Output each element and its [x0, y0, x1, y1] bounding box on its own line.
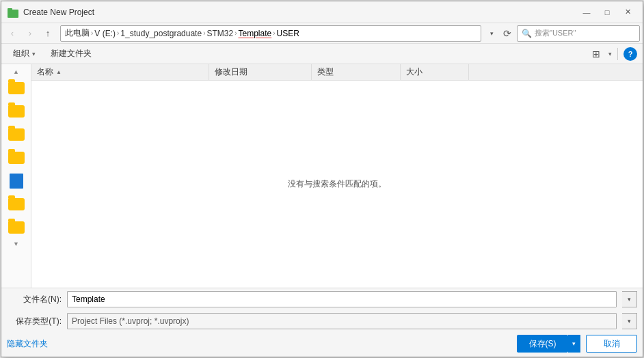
filetype-input[interactable]	[67, 313, 617, 329]
toolbar: 组织 ▾ 新建文件夹 ⊞ ▾ ?	[1, 44, 643, 64]
breadcrumb-drive: V (E:)	[94, 29, 116, 38]
folder-icon-6	[8, 221, 25, 234]
filename-dropdown-button[interactable]: ▾	[622, 291, 637, 307]
save-button[interactable]: 保存(S)	[517, 335, 568, 353]
svg-rect-2	[10, 12, 16, 13]
sidebar-item-6[interactable]	[4, 193, 29, 215]
forward-button[interactable]: ›	[22, 25, 38, 42]
breadcrumb-user: USER	[277, 29, 299, 38]
maximize-button[interactable]: □	[598, 5, 617, 19]
help-button[interactable]: ?	[623, 47, 637, 61]
main-content: ▲ ▼	[1, 64, 643, 288]
search-box[interactable]: 🔍 搜索"USER"	[517, 25, 640, 42]
sidebar-item-7[interactable]	[4, 217, 29, 238]
svg-rect-3	[10, 14, 16, 15]
breadcrumb-study: 1_study_postgraduate	[120, 29, 202, 38]
new-folder-label: 新建文件夹	[51, 48, 92, 59]
cancel-button[interactable]: 取消	[586, 335, 637, 353]
title-bar: Create New Project — □ ✕	[1, 1, 643, 23]
filetype-dropdown-button[interactable]: ▾	[622, 313, 637, 329]
col-header-name[interactable]: 名称 ▲	[31, 64, 209, 80]
filetype-row: 保存类型(T): ▾	[1, 310, 643, 332]
sidebar-item-3[interactable]	[4, 124, 29, 146]
left-panel: ▲ ▼	[1, 64, 31, 288]
address-bar[interactable]: 此电脑 › V (E:) › 1_study_postgraduate › ST…	[60, 25, 481, 42]
filetype-label: 保存类型(T):	[7, 316, 62, 327]
address-dropdown-button[interactable]: ▾	[485, 25, 498, 42]
breadcrumb-template: Template	[239, 29, 272, 38]
dialog-title: Create New Project	[23, 8, 577, 17]
close-button[interactable]: ✕	[618, 5, 637, 19]
create-project-dialog: Create New Project — □ ✕ ‹ › ↑ 此电脑 › V (…	[1, 1, 643, 357]
breadcrumb: 此电脑 › V (E:) › 1_study_postgraduate › ST…	[65, 27, 299, 39]
view-button[interactable]: ⊞	[587, 46, 606, 61]
breadcrumb-stm32: STM32	[206, 29, 233, 38]
folder-icon-1	[8, 82, 25, 94]
sidebar-item-5[interactable]	[4, 170, 29, 192]
sort-arrow-name: ▲	[56, 69, 62, 75]
organize-button[interactable]: 组织 ▾	[7, 46, 42, 61]
col-header-date[interactable]: 修改日期	[209, 64, 312, 80]
folder-icon-4	[8, 152, 25, 164]
file-area: 名称 ▲ 修改日期 类型 大小 没有与搜索条件匹配的项。	[31, 64, 643, 288]
file-body: 没有与搜索条件匹配的项。	[31, 81, 643, 288]
hide-files-link[interactable]: 隐藏文件夹	[7, 338, 511, 350]
col-header-type[interactable]: 类型	[312, 64, 401, 80]
organize-label: 组织	[13, 48, 29, 59]
sidebar-item-1[interactable]	[4, 77, 29, 99]
bottom-section: 文件名(N): ▾ 保存类型(T): ▾ 隐藏文件夹 保存(S) ▾ 取消	[1, 288, 643, 357]
toolbar-separator	[617, 48, 618, 60]
svg-rect-4	[10, 16, 14, 17]
folder-icon-2	[8, 105, 25, 118]
file-header: 名称 ▲ 修改日期 类型 大小	[31, 64, 643, 81]
folder-icon-3	[8, 128, 25, 141]
view-dropdown-icon: ▾	[608, 51, 612, 57]
new-folder-button[interactable]: 新建文件夹	[44, 46, 98, 61]
save-button-group: 保存(S) ▾	[517, 335, 580, 353]
back-button[interactable]: ‹	[4, 25, 21, 42]
col-header-size[interactable]: 大小	[401, 64, 469, 80]
title-controls: — □ ✕	[577, 5, 637, 19]
app-icon	[7, 6, 19, 18]
search-icon: 🔍	[522, 29, 532, 38]
sidebar-item-2[interactable]	[4, 100, 29, 122]
svg-rect-1	[8, 8, 12, 11]
blue-item-icon	[10, 174, 23, 189]
sidebar-scroll-up[interactable]: ▲	[1, 67, 31, 77]
refresh-button[interactable]: ⟳	[499, 25, 515, 42]
nav-bar: ‹ › ↑ 此电脑 › V (E:) › 1_study_postgraduat…	[1, 23, 643, 44]
filename-row: 文件名(N): ▾	[1, 288, 643, 310]
organize-dropdown-icon: ▾	[32, 51, 36, 57]
bottom-buttons: 隐藏文件夹 保存(S) ▾ 取消	[1, 332, 643, 357]
up-button[interactable]: ↑	[40, 25, 56, 42]
filename-label: 文件名(N):	[7, 294, 62, 305]
search-placeholder: 搜索"USER"	[535, 28, 576, 38]
save-dropdown-button[interactable]: ▾	[568, 335, 580, 353]
minimize-button[interactable]: —	[577, 5, 596, 19]
sidebar-scroll-down[interactable]: ▼	[1, 239, 31, 249]
folder-icon-5	[8, 198, 25, 210]
breadcrumb-this-pc: 此电脑	[65, 27, 90, 39]
sidebar-item-4[interactable]	[4, 147, 29, 169]
filename-input[interactable]	[67, 291, 617, 307]
view-icon: ⊞	[592, 49, 600, 59]
empty-message: 没有与搜索条件匹配的项。	[288, 178, 386, 190]
